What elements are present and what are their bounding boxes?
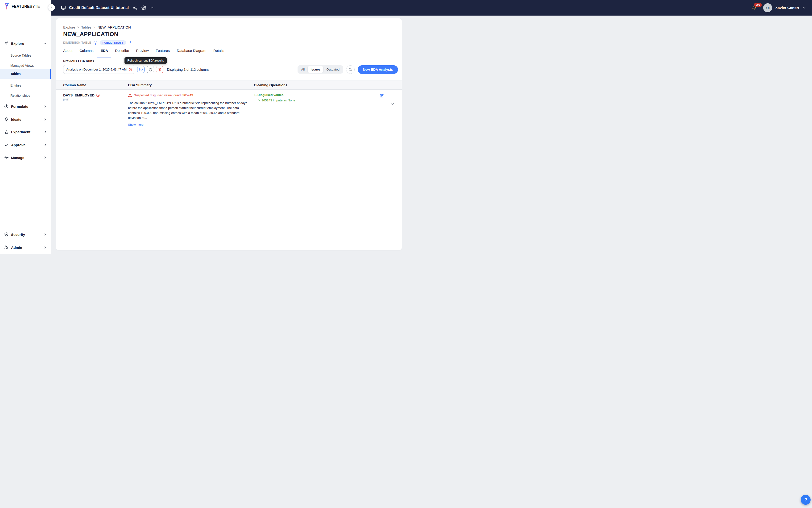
activity-icon bbox=[4, 155, 9, 160]
breadcrumb-separator: > bbox=[77, 26, 79, 29]
chevron-down-icon bbox=[390, 102, 395, 107]
workspace-title: Credit Default Dataset UI tutorial bbox=[69, 6, 129, 10]
topbar: Credit Default Dataset UI tutorial 990 X… bbox=[51, 0, 406, 15]
chevron-right-icon bbox=[44, 233, 47, 236]
search-icon bbox=[349, 68, 352, 72]
sidebar-item-tables[interactable]: Tables bbox=[0, 69, 51, 79]
expand-row-chevron[interactable] bbox=[390, 102, 395, 107]
sidebar-group-label: Ideate bbox=[11, 118, 44, 122]
edit-icon bbox=[379, 94, 384, 98]
check-icon bbox=[4, 142, 9, 147]
eda-summary-text: The column "DAYS_EMPLOYED" is a numeric … bbox=[128, 100, 248, 120]
tab-details[interactable]: Details bbox=[213, 49, 224, 56]
table-row: DAYS_EMPLOYED [INT] Suspected disguised … bbox=[56, 90, 402, 132]
show-more-link[interactable]: Show more bbox=[128, 123, 144, 126]
page-title: NEW_APPLICATION bbox=[63, 31, 118, 38]
chevron-right-icon bbox=[44, 156, 47, 159]
tab-database-diagram[interactable]: Database Diagram bbox=[177, 49, 206, 56]
eda-run-selected-value: Analysis on December 1, 2025 9:43:47 AM bbox=[66, 68, 127, 71]
telescope-icon bbox=[4, 41, 9, 46]
filter-all[interactable]: All bbox=[298, 66, 308, 73]
eda-run-select[interactable]: Analysis on December 1, 2025 9:43:47 AM bbox=[63, 65, 135, 74]
monitor-icon bbox=[61, 5, 66, 10]
tab-columns[interactable]: Columns bbox=[80, 49, 93, 56]
tab-preview[interactable]: Preview bbox=[136, 49, 148, 56]
help-circle-icon[interactable]: ? bbox=[94, 41, 97, 45]
sidebar-group-explore[interactable]: Explore bbox=[0, 40, 51, 47]
filter-outdated[interactable]: Outdated bbox=[323, 66, 342, 73]
column-dtype: [INT] bbox=[63, 98, 100, 101]
logo[interactable]: FEATUREBYTE bbox=[4, 3, 40, 10]
table-header-row: Column Name EDA Summary Cleaning Operati… bbox=[56, 80, 402, 90]
edit-cleaning-button[interactable] bbox=[379, 94, 384, 98]
eda-controls-row: Analysis on December 1, 2025 9:43:47 AM bbox=[63, 65, 398, 74]
tab-features[interactable]: Features bbox=[156, 49, 170, 56]
sidebar-item-entities[interactable]: Entities bbox=[0, 81, 51, 89]
shield-icon bbox=[4, 232, 9, 237]
breadcrumb-explore[interactable]: Explore bbox=[63, 25, 75, 29]
table-meta-row: DIMENSION TABLE ? PUBLIC_DRAFT bbox=[63, 40, 132, 45]
sidebar-divider bbox=[0, 228, 51, 228]
cleaning-operations-cell: 1. Disguised values: 365243 impute as No… bbox=[254, 93, 295, 102]
logo-wordmark: FEATUREBYTE bbox=[11, 4, 40, 9]
outdated-clock-icon bbox=[96, 93, 100, 97]
breadcrumb: Explore > Tables > NEW_APPLICATION bbox=[63, 25, 131, 29]
search-button[interactable] bbox=[346, 65, 355, 74]
sidebar-group-label: Approve bbox=[11, 143, 44, 147]
sidebar-collapse-button[interactable] bbox=[48, 4, 55, 11]
sidebar-group-label: Formulate bbox=[11, 104, 44, 109]
run-info-button[interactable] bbox=[137, 66, 144, 73]
warning-icon bbox=[128, 93, 132, 97]
chevron-right-icon bbox=[44, 130, 47, 133]
outdated-clock-icon bbox=[129, 68, 132, 72]
previous-eda-runs-label: Previous EDA Runs bbox=[63, 59, 94, 63]
sidebar-group-approve[interactable]: Approve bbox=[0, 141, 51, 149]
sidebar-item-relationships[interactable]: Relationships bbox=[0, 91, 51, 99]
tab-about[interactable]: About bbox=[63, 49, 73, 56]
chevron-down-icon bbox=[44, 42, 47, 45]
refresh-tooltip: Refresh current EDA results bbox=[125, 57, 167, 64]
sidebar-group-manage[interactable]: Manage bbox=[0, 154, 51, 161]
sidebar: FEATUREBYTE Explore Source Tables Manage… bbox=[0, 0, 51, 254]
featurebyte-logo-icon bbox=[4, 3, 10, 10]
sidebar-group-security[interactable]: Security bbox=[0, 231, 51, 238]
table-type-label: DIMENSION TABLE bbox=[63, 41, 91, 44]
sidebar-group-label: Security bbox=[11, 232, 44, 237]
status-badge: PUBLIC_DRAFT bbox=[100, 40, 126, 45]
cleaning-operation-title: 1. Disguised values: bbox=[254, 93, 295, 97]
share-icon[interactable] bbox=[133, 6, 137, 10]
sidebar-group-ideate[interactable]: Ideate bbox=[0, 116, 51, 123]
bullet-icon bbox=[258, 99, 260, 101]
refresh-eda-button[interactable] bbox=[147, 66, 154, 73]
sidebar-group-experiment[interactable]: Experiment bbox=[0, 128, 51, 136]
sidebar-item-source-tables[interactable]: Source Tables bbox=[0, 51, 51, 59]
sidebar-group-label: Explore bbox=[11, 42, 44, 45]
filter-segmented-control: All Issues Outdated bbox=[298, 65, 343, 74]
sidebar-item-managed-views[interactable]: Managed Views bbox=[0, 61, 51, 70]
breadcrumb-separator: > bbox=[94, 26, 95, 29]
tab-eda[interactable]: EDA bbox=[100, 49, 108, 56]
chevron-right-icon bbox=[44, 246, 47, 249]
filter-issues[interactable]: Issues bbox=[308, 66, 323, 73]
table-detail-card: Explore > Tables > NEW_APPLICATION NEW_A… bbox=[56, 18, 402, 250]
brain-gear-icon bbox=[4, 104, 9, 109]
breadcrumb-tables[interactable]: Tables bbox=[81, 25, 91, 29]
tab-describe[interactable]: Describe bbox=[115, 49, 129, 56]
column-name: DAYS_EMPLOYED bbox=[63, 93, 95, 97]
sidebar-group-admin[interactable]: Admin bbox=[0, 244, 51, 251]
sidebar-group-formulate[interactable]: Formulate bbox=[0, 102, 51, 110]
lightbulb-icon bbox=[4, 117, 9, 122]
main-content: Explore > Tables > NEW_APPLICATION NEW_A… bbox=[51, 15, 406, 254]
column-header-summary: EDA Summary bbox=[128, 80, 151, 90]
kebab-menu-icon[interactable] bbox=[129, 41, 132, 45]
chevron-right-icon bbox=[44, 143, 47, 146]
gear-icon[interactable] bbox=[141, 5, 146, 10]
column-header-cleaning: Cleaning Operations bbox=[254, 80, 287, 90]
chevron-down-icon[interactable] bbox=[150, 6, 154, 10]
chevron-right-icon bbox=[44, 118, 47, 121]
delete-run-button[interactable] bbox=[156, 66, 164, 73]
sidebar-group-label: Experiment bbox=[11, 130, 44, 134]
new-eda-analysis-button[interactable]: New EDA Analysis bbox=[358, 65, 398, 74]
info-icon bbox=[139, 68, 143, 72]
column-header-name: Column Name bbox=[63, 80, 86, 90]
